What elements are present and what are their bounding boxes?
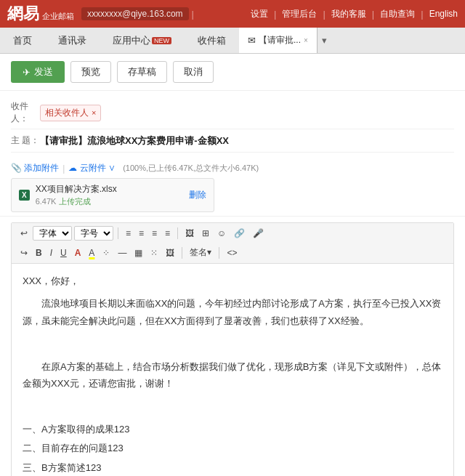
topbar: 網易 企业邮箱 xxxxxxxx@qiye.163.com | 设置 | 管理后…: [0, 0, 465, 28]
nav-app-center[interactable]: 应用中心 NEW: [100, 28, 185, 53]
insert-emoji-button[interactable]: ☺: [214, 227, 229, 240]
signature-button[interactable]: 签名▾: [187, 245, 214, 260]
editor-para2: 在原A方案的基础上，结合市场分析数据我们做了优化，现形成B方案（详见下文或附件）…: [23, 358, 442, 392]
file-size: 6.47K: [36, 197, 57, 206]
numbered-list-button[interactable]: ⁙: [147, 246, 161, 259]
tabs-dropdown[interactable]: ▾: [318, 28, 331, 53]
file-name: XX项目解决方案.xlsx: [36, 183, 183, 195]
navbar: 首页 通讯录 应用中心 NEW 收件箱 ✉ 【请审批... × ▾: [0, 28, 465, 54]
logo-sub: 企业邮箱: [42, 11, 74, 22]
send-icon: ✈: [23, 67, 31, 78]
recipient-label: 收件人：: [11, 100, 40, 125]
logo-main: 網易: [7, 3, 39, 25]
topbar-admin[interactable]: 管理后台: [282, 8, 317, 20]
insert-image2-button[interactable]: 🖼: [163, 246, 177, 259]
redo-button[interactable]: ↪: [17, 246, 31, 259]
align-center-button[interactable]: ≡: [136, 227, 147, 240]
recipient-tag-text: 相关收件人: [45, 107, 89, 119]
topbar-service[interactable]: 我的客服: [331, 8, 366, 20]
file-delete-button[interactable]: 删除: [189, 189, 206, 201]
align-left-button[interactable]: ≡: [123, 227, 134, 240]
bullet-list-button[interactable]: ⁘: [100, 246, 113, 259]
editor-container: ↩ 字体 字号 ≡ ≡ ≡ ≡ 🖼 ⊞ ☺ 🔗 🎤 ↪: [11, 222, 454, 476]
file-type-icon: X: [19, 190, 30, 201]
topbar-english[interactable]: English: [429, 9, 458, 19]
attachment-icon: 📎: [11, 163, 22, 173]
voice-button[interactable]: 🎤: [250, 227, 267, 240]
recipient-tag-close-icon[interactable]: ×: [92, 108, 96, 117]
draft-button[interactable]: 存草稿: [117, 61, 167, 83]
font-size-select[interactable]: 字号: [74, 226, 113, 241]
editor-greeting: XXX，你好，: [23, 273, 442, 289]
form-area: 收件人： 相关收件人 × 主 题： 【请审批】流浪地球XX方案费用申请-金额XX: [0, 91, 465, 158]
toolbar-sep3: [182, 247, 182, 259]
cloud-dropdown-icon: ∨: [108, 163, 116, 173]
cloud-attachment-link[interactable]: ☁ 云附件 ∨: [68, 162, 116, 174]
tab-label: 【请审批...: [259, 34, 301, 47]
underline-button[interactable]: U: [57, 246, 70, 259]
topbar-self-query[interactable]: 自助查询: [380, 8, 415, 20]
font-family-select[interactable]: 字体: [33, 226, 72, 241]
attachment-links: 📎 添加附件 | ☁ 云附件 ∨ (100%,已上传6.47K,总文件大小6.4…: [11, 162, 454, 174]
font-color-button[interactable]: A: [72, 246, 84, 259]
editor-list1: 一、A方案取得的成果123: [23, 421, 442, 437]
subject-text: 【请审批】流浪地球XX方案费用申请-金额XX: [40, 134, 229, 148]
subject-row: 主 题： 【请审批】流浪地球XX方案费用申请-金额XX: [11, 129, 454, 153]
logo: 網易 企业邮箱: [7, 3, 74, 25]
editor-para1: 流浪地球项目长期以来面临XX的问题，今年初经过内部讨论形成了A方案，执行至今已投…: [23, 295, 442, 329]
indent-button[interactable]: ≡: [162, 227, 173, 240]
cloud-icon: ☁: [68, 163, 77, 173]
nav-home[interactable]: 首页: [0, 28, 45, 53]
compose-tab[interactable]: ✉ 【请审批... ×: [239, 28, 318, 53]
align-right-button[interactable]: ≡: [149, 227, 160, 240]
editor-list3: 三、B方案简述123: [23, 459, 442, 476]
font-bg-button[interactable]: A: [86, 246, 97, 259]
add-attachment-link[interactable]: 📎 添加附件: [11, 162, 59, 174]
send-button[interactable]: ✈ 发送: [11, 61, 65, 83]
attachment-file: X XX项目解决方案.xlsx 6.47K 上传完成 删除: [11, 178, 214, 212]
topbar-settings[interactable]: 设置: [251, 8, 268, 20]
italic-button[interactable]: I: [47, 246, 55, 259]
editor-list2: 二、目前存在的问题123: [23, 440, 442, 456]
tabs-area: ✉ 【请审批... × ▾: [239, 28, 465, 53]
toolbar-sep1: [118, 227, 118, 239]
editor-body[interactable]: XXX，你好， 流浪地球项目长期以来面临XX的问题，今年初经过内部讨论形成了A方…: [12, 264, 453, 476]
cancel-button[interactable]: 取消: [173, 61, 214, 83]
nav-inbox[interactable]: 收件箱: [185, 28, 239, 53]
editor-toolbar-row1: ↩ 字体 字号 ≡ ≡ ≡ ≡ 🖼 ⊞ ☺ 🔗 🎤: [17, 226, 448, 241]
new-badge: NEW: [152, 37, 171, 44]
editor-toolbar-row2: ↪ B I U A A ⁘ — ▦ ⁙ 🖼 签名▾ <>: [17, 245, 448, 260]
main-content: ✈ 发送 预览 存草稿 取消 收件人： 相关收件人 × 主 题： 【请审批】流浪…: [0, 54, 465, 476]
topbar-links: 设置 | 管理后台 | 我的客服 | 自助查询 | English: [251, 8, 458, 20]
email-address[interactable]: xxxxxxxx@qiye.163.com: [81, 7, 189, 20]
file-info: XX项目解决方案.xlsx 6.47K 上传完成: [36, 183, 183, 207]
compose-toolbar: ✈ 发送 预览 存草稿 取消: [0, 54, 465, 91]
recipient-tag[interactable]: 相关收件人 ×: [40, 105, 101, 121]
bold-button[interactable]: B: [33, 246, 45, 259]
undo-button[interactable]: ↩: [17, 227, 31, 240]
insert-image-button[interactable]: 🖼: [182, 227, 197, 240]
file-upload-status: 上传完成: [59, 197, 91, 206]
insert-table-button[interactable]: ⊞: [199, 227, 212, 240]
attachment-area: 📎 添加附件 | ☁ 云附件 ∨ (100%,已上传6.47K,总文件大小6.4…: [0, 158, 465, 217]
toolbar-sep4: [219, 247, 219, 259]
toolbar-sep2: [177, 227, 178, 239]
attachment-progress: (100%,已上传6.47K,总文件大小6.47K): [123, 163, 259, 174]
recipient-row: 收件人： 相关收件人 ×: [11, 97, 454, 129]
subject-label: 主 题：: [11, 134, 40, 147]
hr-button[interactable]: —: [115, 246, 129, 259]
nav-contacts[interactable]: 通讯录: [45, 28, 100, 53]
file-size-status: 6.47K 上传完成: [36, 195, 183, 207]
preview-button[interactable]: 预览: [70, 61, 111, 83]
tab-close-icon[interactable]: ×: [304, 36, 308, 44]
block-button[interactable]: ▦: [132, 246, 145, 259]
insert-link-button[interactable]: 🔗: [231, 227, 248, 240]
code-button[interactable]: <>: [224, 246, 240, 259]
editor-toolbar: ↩ 字体 字号 ≡ ≡ ≡ ≡ 🖼 ⊞ ☺ 🔗 🎤 ↪: [12, 223, 453, 264]
